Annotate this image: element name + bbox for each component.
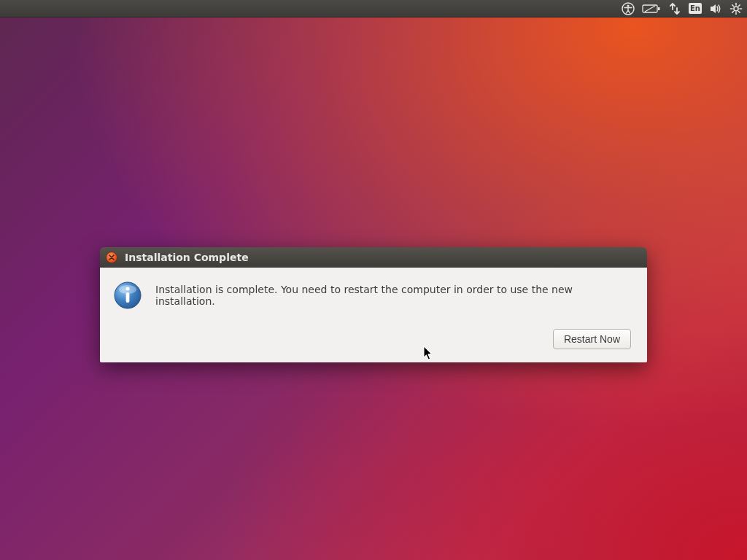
svg-rect-3 (658, 7, 660, 10)
close-button[interactable] (106, 252, 117, 263)
svg-point-5 (734, 7, 738, 11)
dialog-message: Installation is complete. You need to re… (155, 284, 631, 307)
svg-line-10 (732, 4, 734, 6)
svg-line-4 (645, 6, 655, 12)
svg-point-16 (125, 287, 129, 290)
dialog-titlebar[interactable]: Installation Complete (100, 247, 647, 268)
language-label: En (689, 3, 702, 14)
language-indicator[interactable]: En (689, 0, 702, 18)
restart-now-button[interactable]: Restart Now (553, 329, 631, 349)
installation-complete-dialog: Installation Complete (100, 247, 647, 362)
svg-line-11 (739, 11, 740, 12)
battery-icon[interactable] (642, 0, 661, 18)
volume-icon[interactable] (709, 0, 722, 18)
info-icon (113, 281, 142, 310)
svg-line-12 (732, 11, 734, 12)
menu-bar: En (0, 0, 747, 18)
dialog-title: Installation Complete (125, 252, 249, 263)
svg-line-13 (739, 4, 740, 6)
accessibility-icon[interactable] (622, 0, 635, 18)
network-icon[interactable] (668, 0, 681, 18)
dialog-body: Installation is complete. You need to re… (100, 268, 647, 362)
system-settings-icon[interactable] (729, 0, 743, 18)
svg-point-1 (627, 4, 629, 7)
svg-rect-17 (126, 292, 130, 303)
